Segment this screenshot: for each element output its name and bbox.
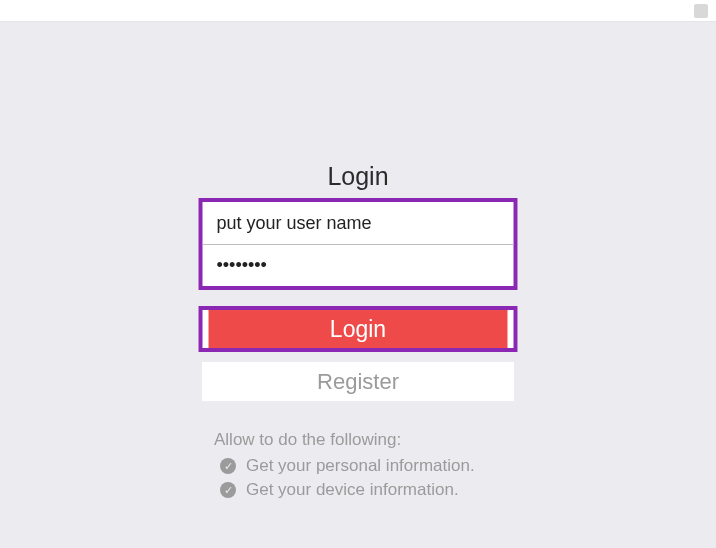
content-stage: Login Login Register Allow to do the fol… xyxy=(0,22,716,548)
title-bar xyxy=(0,0,716,22)
password-row xyxy=(203,244,514,286)
permissions-block: Allow to do the following: ✓ Get your pe… xyxy=(214,430,475,500)
username-row xyxy=(203,202,514,244)
topbar-badge[interactable] xyxy=(694,4,708,18)
permission-item: ✓ Get your device information. xyxy=(214,480,475,500)
password-input[interactable] xyxy=(217,255,500,276)
login-button-frame: Login xyxy=(199,306,518,352)
username-input[interactable] xyxy=(217,213,500,234)
page-title: Login xyxy=(0,162,716,191)
permission-text: Get your personal information. xyxy=(246,456,475,476)
register-button[interactable]: Register xyxy=(202,362,514,401)
permission-item: ✓ Get your personal information. xyxy=(214,456,475,476)
permission-text: Get your device information. xyxy=(246,480,459,500)
permissions-title: Allow to do the following: xyxy=(214,430,475,450)
check-icon: ✓ xyxy=(220,482,236,498)
login-button[interactable]: Login xyxy=(209,310,508,348)
credentials-group xyxy=(199,198,518,290)
check-icon: ✓ xyxy=(220,458,236,474)
